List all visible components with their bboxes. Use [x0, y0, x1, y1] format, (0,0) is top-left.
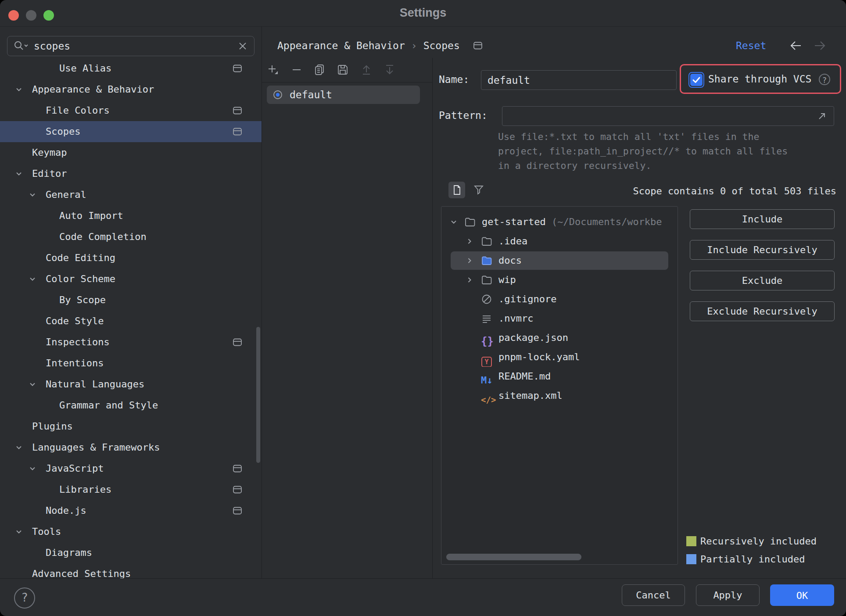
clear-search-icon[interactable] [237, 41, 248, 51]
breadcrumb: Appearance & Behavior›Scopes [277, 39, 483, 53]
sidebar-item-scopes[interactable]: Scopes [0, 121, 262, 142]
reset-link[interactable]: Reset [736, 39, 766, 53]
sidebar-item-auto-import[interactable]: Auto Import [0, 205, 262, 226]
folder-icon-blue [481, 255, 492, 266]
tree-item-docs[interactable]: docs [441, 251, 678, 270]
share-vcs-checkbox[interactable] [688, 72, 704, 88]
tree-item-gitignore[interactable]: .gitignore [441, 290, 678, 309]
chevron-down-icon[interactable] [28, 464, 37, 473]
tree-item-idea[interactable]: .idea [441, 232, 678, 251]
sidebar-item-keymap[interactable]: Keymap [0, 142, 262, 163]
chevron-right-icon[interactable] [465, 276, 474, 284]
expand-pattern-icon[interactable] [816, 111, 828, 122]
sidebar-item-label: Intentions [46, 353, 104, 374]
filter-icon[interactable] [473, 184, 484, 196]
project-setting-icon [233, 106, 242, 115]
sidebar-item-code-editing[interactable]: Code Editing [0, 247, 262, 269]
include-button[interactable]: Include [690, 209, 835, 229]
tree-item-label: package.json [498, 328, 568, 347]
sidebar-item-javascript[interactable]: JavaScript [0, 458, 262, 479]
tree-item-readme-md[interactable]: M↓README.md [441, 367, 678, 386]
tree-item-package-json[interactable]: {}package.json [441, 328, 678, 347]
cancel-button[interactable]: Cancel [622, 584, 685, 606]
tree-item-sitemap-xml[interactable]: </>sitemap.xml [441, 386, 678, 405]
scope-list-item-default[interactable]: default [267, 86, 420, 104]
sidebar-item-grammar-and-style[interactable]: Grammar and Style [0, 395, 262, 416]
chevron-down-icon[interactable] [14, 169, 23, 178]
sidebar-item-label: Natural Languages [46, 374, 144, 395]
sidebar-item-natural-languages[interactable]: Natural Languages [0, 374, 262, 395]
sidebar-item-use-alias[interactable]: Use Alias [0, 58, 262, 79]
exclude-button[interactable]: Exclude [690, 271, 835, 290]
sidebar-item-intentions[interactable]: Intentions [0, 353, 262, 374]
sidebar-item-code-completion[interactable]: Code Completion [0, 226, 262, 247]
tree-item-label: docs [498, 251, 522, 270]
project-setting-icon [233, 127, 242, 136]
forward-arrow-icon[interactable] [812, 39, 827, 52]
sidebar-item-label: Code Completion [59, 226, 147, 247]
chevron-down-icon[interactable] [449, 218, 458, 226]
show-files-toggle-button[interactable] [448, 182, 465, 198]
sidebar-item-inspections[interactable]: Inspections [0, 332, 262, 353]
sidebar-item-advanced-settings[interactable]: Advanced Settings [0, 563, 262, 578]
sidebar-item-editor[interactable]: Editor [0, 163, 262, 184]
scope-name-input[interactable] [481, 70, 677, 90]
search-input[interactable] [33, 38, 228, 54]
exclude-recursively-button[interactable]: Exclude Recursively [690, 301, 835, 321]
ok-button[interactable]: OK [770, 584, 834, 606]
sidebar-item-label: Keymap [32, 142, 67, 163]
sidebar-item-node-js[interactable]: Node.js [0, 500, 262, 521]
file-tree: get-started (~/Documents/workbe.ideadocs… [441, 207, 678, 405]
chevron-down-icon[interactable] [14, 85, 23, 94]
share-vcs-label: Share through VCS [708, 65, 811, 93]
sidebar-item-by-scope[interactable]: By Scope [0, 290, 262, 311]
chevron-right-icon[interactable] [465, 237, 474, 246]
move-up-button[interactable] [361, 64, 372, 75]
search-icon [14, 40, 29, 52]
sidebar-item-plugins[interactable]: Plugins [0, 416, 262, 437]
remove-scope-button[interactable] [291, 64, 302, 75]
copy-scope-button[interactable] [314, 64, 325, 75]
breadcrumb-appearance-behavior[interactable]: Appearance & Behavior [277, 40, 405, 51]
sidebar-item-languages-frameworks[interactable]: Languages & Frameworks [0, 437, 262, 458]
tree-item-get-started[interactable]: get-started (~/Documents/workbe [441, 212, 678, 232]
project-setting-icon [233, 337, 242, 347]
chevron-right-icon[interactable] [465, 256, 474, 265]
share-vcs-help-icon[interactable]: ? [819, 74, 830, 85]
include-recursively-button[interactable]: Include Recursively [690, 240, 835, 260]
sidebar-item-color-scheme[interactable]: Color Scheme [0, 269, 262, 290]
sidebar-item-file-colors[interactable]: File Colors [0, 100, 262, 121]
settings-dialog: Settings Use AliasAppearance & BehaviorF… [0, 0, 846, 616]
tree-horizontal-scrollbar[interactable] [446, 554, 581, 560]
help-button[interactable]: ? [14, 587, 35, 609]
sidebar-scrollbar[interactable] [256, 327, 260, 463]
sidebar-item-label: Code Style [46, 311, 104, 332]
folder-icon [481, 274, 492, 286]
hint-line-2: project, file:path_in_project//* to matc… [498, 144, 845, 158]
chevron-down-icon[interactable] [28, 380, 37, 389]
settings-search[interactable] [7, 36, 255, 56]
chevron-down-icon[interactable] [28, 275, 37, 283]
move-down-button[interactable] [384, 64, 395, 75]
pattern-input[interactable] [502, 106, 834, 126]
legend-label: Partially included [700, 554, 805, 565]
sidebar-item-libraries[interactable]: Libraries [0, 479, 262, 500]
chevron-down-icon[interactable] [28, 190, 37, 199]
tree-item-pnpm-lock-yaml[interactable]: Ypnpm-lock.yaml [441, 347, 678, 367]
sidebar-item-appearance-behavior[interactable]: Appearance & Behavior [0, 79, 262, 100]
sidebar-item-general[interactable]: General [0, 184, 262, 205]
sidebar-item-tools[interactable]: Tools [0, 521, 262, 542]
breadcrumb-scopes[interactable]: Scopes [423, 40, 460, 51]
apply-button[interactable]: Apply [696, 584, 760, 606]
sidebar-item-diagrams[interactable]: Diagrams [0, 542, 262, 563]
chevron-down-icon[interactable] [14, 527, 23, 536]
back-arrow-icon[interactable] [789, 39, 803, 52]
save-scope-button[interactable] [337, 64, 348, 75]
sidebar-item-label: Editor [32, 163, 67, 184]
sidebar-item-label: Plugins [32, 416, 73, 437]
tree-item-nvmrc[interactable]: .nvmrc [441, 309, 678, 328]
sidebar-item-code-style[interactable]: Code Style [0, 311, 262, 332]
chevron-down-icon[interactable] [14, 443, 23, 452]
add-scope-button[interactable] [267, 64, 279, 75]
tree-item-wip[interactable]: wip [441, 270, 678, 290]
